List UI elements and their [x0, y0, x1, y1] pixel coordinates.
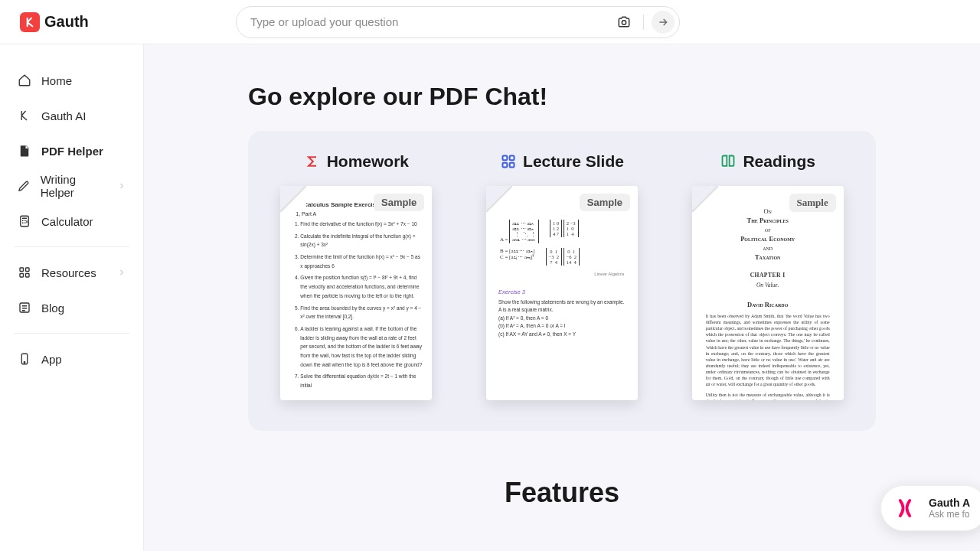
page-fold-icon — [280, 186, 306, 212]
brand-logo[interactable]: Gauth — [20, 12, 89, 32]
sidebar-item-resources[interactable]: Resources — [9, 255, 134, 290]
arrow-right-icon — [657, 16, 669, 28]
sidebar: Home Gauth AI PDF Helper Writing Helper … — [0, 44, 144, 551]
grid-icon — [17, 265, 32, 280]
card-title: Homework — [304, 152, 409, 171]
page-fold-icon — [692, 186, 718, 212]
home-icon — [17, 73, 32, 88]
search-divider — [643, 15, 644, 30]
card-readings: Readings Sample On The Principles of Pol… — [676, 152, 859, 400]
sidebar-item-blog[interactable]: Blog — [9, 290, 134, 325]
sample-doc-homework[interactable]: Sample Calculus Sample Exercise 1, Part … — [280, 186, 432, 400]
svg-rect-2 — [20, 268, 24, 272]
assistant-avatar-icon — [890, 494, 920, 523]
sample-badge: Sample — [374, 194, 424, 211]
sidebar-item-writing-helper[interactable]: Writing Helper — [9, 168, 134, 204]
pen-icon — [17, 178, 31, 194]
assistant-float-button[interactable]: Gauth A Ask me fo — [880, 485, 980, 531]
grid-icon — [500, 153, 517, 170]
sample-badge: Sample — [789, 194, 836, 212]
card-title: Lecture Slide — [500, 152, 624, 171]
sidebar-label: PDF Helper — [41, 145, 103, 158]
svg-rect-5 — [26, 274, 30, 278]
svg-point-8 — [24, 362, 25, 364]
main-content: Go explore our PDF Chat! Homework Sample… — [144, 0, 980, 551]
blog-icon — [17, 300, 32, 315]
sidebar-item-gauth-ai[interactable]: Gauth AI — [9, 98, 134, 133]
sample-badge: Sample — [580, 194, 630, 211]
explore-heading: Go explore our PDF Chat! — [248, 83, 876, 111]
submit-button[interactable] — [652, 11, 675, 34]
card-lecture-slide: Lecture Slide Sample A = a₁₁ ⋯ a₁ₙa₂₁ ⋯ … — [471, 152, 654, 400]
sidebar-label: Resources — [41, 266, 96, 279]
svg-point-0 — [622, 20, 626, 24]
book-icon — [720, 153, 737, 170]
calculator-icon — [17, 214, 32, 229]
sidebar-label: Gauth AI — [41, 109, 86, 122]
sigma-icon — [304, 153, 321, 170]
doc-list: Find the derivative of the function f(x)… — [300, 220, 423, 390]
camera-button[interactable] — [612, 11, 635, 34]
phone-icon — [17, 351, 32, 367]
logo-mark-icon — [20, 12, 40, 32]
sample-doc-lecture[interactable]: Sample A = a₁₁ ⋯ a₁ₙa₂₁ ⋯ a₂ₙ ⋮ ⋱ ⋮aₘ₁ ⋯… — [486, 186, 638, 400]
matrix-row: A = a₁₁ ⋯ a₁ₙa₂₁ ⋯ a₂ₙ ⋮ ⋱ ⋮aₘ₁ ⋯ aₘₙ 1 … — [500, 220, 624, 243]
sidebar-label: Writing Helper — [41, 173, 108, 199]
sample-cards-panel: Homework Sample Calculus Sample Exercise… — [248, 131, 876, 431]
float-title: Gauth A — [929, 497, 970, 509]
page-fold-icon — [486, 186, 512, 212]
camera-icon — [616, 15, 632, 30]
card-title: Readings — [720, 152, 815, 171]
float-subtitle: Ask me fo — [929, 509, 970, 520]
ai-icon — [17, 108, 32, 123]
sidebar-label: Calculator — [41, 215, 93, 228]
sidebar-label: Blog — [41, 302, 64, 315]
top-header: Gauth — [0, 0, 980, 44]
search-bar — [236, 6, 680, 38]
sidebar-separator — [14, 246, 129, 247]
search-input[interactable] — [250, 15, 605, 28]
svg-rect-12 — [510, 163, 514, 168]
svg-rect-4 — [20, 274, 24, 278]
sidebar-item-app[interactable]: App — [9, 341, 134, 377]
sidebar-separator — [14, 333, 129, 334]
sidebar-item-calculator[interactable]: Calculator — [9, 204, 134, 239]
svg-rect-9 — [503, 156, 508, 161]
matrix-row: B = [a₁₁ ⋯ a₁ₙ]C = [a₁ⱼ ⋯ aₘⱼ]ᵀ 0 1−3 2 … — [500, 248, 624, 266]
sample-doc-readings[interactable]: Sample On The Principles of Political Ec… — [692, 186, 844, 400]
brand-name: Gauth — [44, 13, 89, 31]
svg-rect-3 — [26, 268, 30, 272]
chevron-right-icon — [117, 268, 126, 277]
sidebar-item-pdf-helper[interactable]: PDF Helper — [9, 133, 134, 168]
doc-subtitle: 1, Part A — [296, 211, 423, 217]
exercise-label: Exercise 3 — [498, 289, 626, 295]
pdf-icon — [17, 143, 32, 158]
exercise-statement: Show the following statements are wrong … — [498, 298, 626, 315]
svg-rect-10 — [510, 156, 514, 161]
chevron-right-icon — [117, 181, 126, 191]
doc-footer: Linear Algebra — [500, 272, 624, 276]
sidebar-label: Home — [41, 74, 72, 87]
sidebar-label: App — [41, 353, 62, 366]
card-homework: Homework Sample Calculus Sample Exercise… — [265, 152, 448, 400]
sidebar-item-home[interactable]: Home — [9, 63, 134, 98]
features-heading: Features — [248, 477, 876, 509]
svg-rect-11 — [503, 163, 508, 168]
